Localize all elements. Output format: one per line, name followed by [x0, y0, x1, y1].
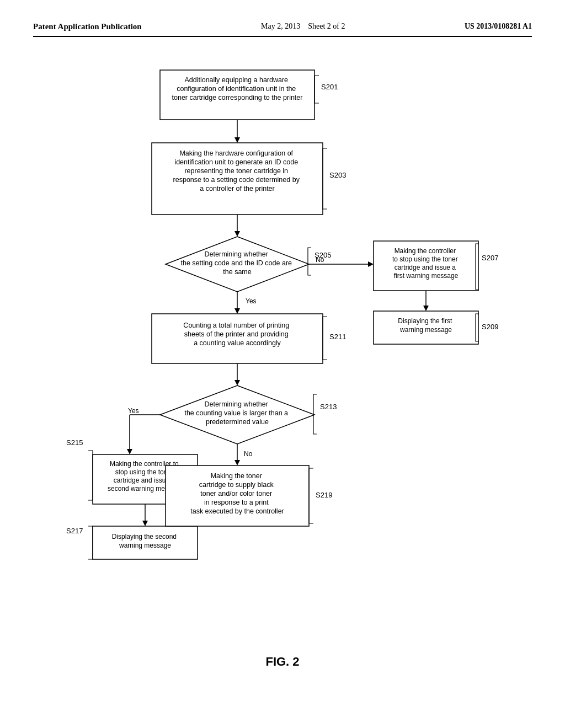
s203-label: S203 [329, 171, 346, 179]
header-right: US 2013/0108281 A1 [465, 22, 532, 31]
s211-label: S211 [329, 333, 346, 341]
s201-bracket [315, 76, 319, 103]
arrowhead-7 [127, 449, 132, 454]
s201-label: S201 [321, 83, 338, 91]
arrowhead-2 [234, 231, 240, 237]
yes-label-2: Yes [128, 407, 139, 415]
s215-bracket [88, 451, 93, 500]
s219-bracket [309, 468, 313, 523]
arrowhead-5 [234, 308, 240, 314]
arrowhead-3 [368, 261, 374, 267]
s209-label: S209 [482, 323, 498, 331]
arrowhead-8 [142, 521, 148, 526]
s215-label: S215 [66, 438, 83, 447]
header-center: May 2, 2013 Sheet 2 of 2 [261, 22, 345, 31]
no-label-1: No [316, 256, 324, 264]
arrowhead-4 [423, 306, 429, 311]
yes-label-1: Yes [246, 297, 257, 305]
header-sheet: Sheet 2 of 2 [308, 22, 345, 30]
arrowhead-1 [234, 137, 240, 143]
arrowhead-6 [234, 380, 240, 386]
header-date: May 2, 2013 [261, 22, 300, 30]
s207-label: S207 [482, 254, 498, 262]
flowchart-svg: Additionally equipping a hardware config… [33, 59, 532, 644]
s217-bracket [88, 526, 93, 559]
page-header: Patent Application Publication May 2, 20… [33, 22, 532, 37]
s205-bracket [308, 248, 311, 275]
s201-text: Additionally equipping a hardware config… [172, 76, 303, 101]
s207-text: Making the controller to stop using the … [392, 247, 460, 280]
header-left: Patent Application Publication [33, 22, 142, 31]
s217-label: S217 [66, 527, 83, 535]
s213-label: S213 [320, 403, 337, 411]
page: Patent Application Publication May 2, 20… [0, 0, 565, 728]
no-label-2: No [244, 450, 253, 458]
s211-text: Counting a total number of printing shee… [183, 322, 291, 347]
s211-bracket [323, 317, 327, 360]
s203-bracket [323, 148, 327, 209]
figure-caption: FIG. 2 [33, 655, 532, 669]
s219-label: S219 [316, 491, 332, 499]
arrowhead-9 [234, 460, 240, 465]
